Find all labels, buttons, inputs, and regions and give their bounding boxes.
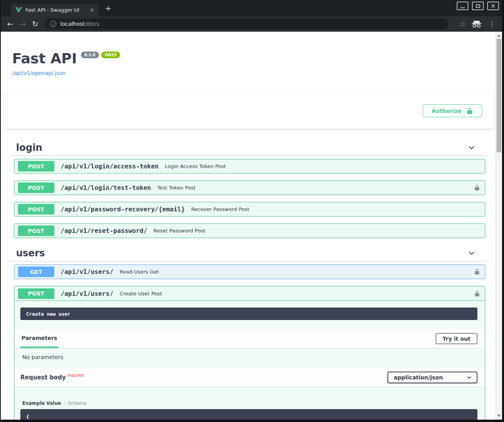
- forward-icon[interactable]: →: [16, 20, 29, 28]
- chevron-down-icon[interactable]: [468, 144, 475, 152]
- page-title: Fast API: [12, 50, 77, 66]
- request-body-header: Request body required application/json: [14, 368, 485, 387]
- authorize-button[interactable]: Authorize: [423, 104, 482, 117]
- page-scrollbar[interactable]: [495, 32, 502, 420]
- maximize-button[interactable]: [472, 2, 484, 10]
- page-info-icon[interactable]: i: [50, 21, 56, 27]
- back-icon[interactable]: ←: [4, 20, 16, 28]
- browser-menu-icon[interactable]: ⋮: [489, 20, 495, 28]
- endpoint-path: /api/v1/login/test-token: [61, 184, 151, 191]
- authorize-label: Authorize: [432, 108, 461, 114]
- api-info: Fast API0.1.0OAS3 /api/v1/openapi.json: [1, 32, 495, 77]
- tag-title: users: [16, 248, 45, 259]
- url-text: localhost/docs: [60, 21, 99, 27]
- openapi-spec-link[interactable]: /api/v1/openapi.json: [12, 70, 66, 77]
- method-badge: POST: [18, 161, 54, 172]
- scheme-container: Authorize: [4, 93, 493, 129]
- new-tab-button[interactable]: +: [103, 3, 113, 13]
- swagger-page: Fast API0.1.0OAS3 /api/v1/openapi.json A…: [1, 32, 495, 420]
- oas3-badge: OAS3: [101, 52, 120, 58]
- expanded-endpoint: POST /api/v1/users/ Create User Post Cre…: [14, 286, 485, 420]
- parameters-label: Parameters: [22, 335, 57, 341]
- unlocked-padlock-icon: [466, 107, 473, 114]
- required-label: required: [67, 373, 84, 377]
- endpoint-row[interactable]: GET /api/v1/users/ Read Users Get: [14, 265, 485, 279]
- version-badge: 0.1.0: [81, 52, 99, 58]
- endpoint-summary: Login Access Token Post: [165, 163, 226, 169]
- tag-header-users[interactable]: users: [10, 245, 486, 261]
- endpoint-path: /api/v1/users/: [61, 268, 113, 275]
- auth-lock-icon[interactable]: [474, 268, 480, 275]
- bookmark-star-icon[interactable]: ☆: [460, 20, 466, 28]
- example-code-block: {: [20, 409, 477, 420]
- close-window-button[interactable]: ×: [487, 2, 499, 10]
- endpoint-row[interactable]: POST /api/v1/login/test-token Test Token…: [14, 181, 485, 195]
- tag-section-login: login POST /api/v1/login/access-token Lo…: [10, 139, 486, 238]
- chevron-down-icon: [466, 375, 472, 380]
- method-badge: POST: [18, 204, 54, 215]
- chevron-down-icon[interactable]: [468, 249, 475, 257]
- reload-icon[interactable]: ↻: [29, 20, 41, 28]
- tab-title: Fast API - Swagger UI: [25, 7, 88, 13]
- method-badge: POST: [18, 225, 54, 236]
- endpoint-path: /api/v1/password-recovery/{email}: [61, 206, 185, 213]
- minimize-button[interactable]: [457, 2, 468, 10]
- content-type-select[interactable]: application/json: [387, 372, 477, 383]
- endpoint-summary: Test Token Post: [157, 185, 196, 191]
- schema-tab[interactable]: Schema: [68, 401, 86, 406]
- browser-tab[interactable]: Fast API - Swagger UI ×: [11, 4, 99, 16]
- endpoint-summary: Read Users Get: [120, 269, 159, 275]
- method-badge: GET: [18, 266, 54, 277]
- endpoint-path: /api/v1/reset-password/: [61, 227, 147, 234]
- page-viewport: Fast API0.1.0OAS3 /api/v1/openapi.json A…: [1, 32, 502, 420]
- operation-description: Create new user: [20, 308, 477, 320]
- try-it-out-button[interactable]: Try it out: [436, 333, 477, 344]
- auth-lock-icon[interactable]: [474, 290, 480, 297]
- scroll-down-arrow[interactable]: [496, 413, 502, 419]
- url-host: localhost: [60, 21, 85, 27]
- endpoint-summary: Recover Password Post: [191, 206, 249, 212]
- request-body-label: Request body: [20, 374, 66, 381]
- endpoint-path: /api/v1/login/access-token: [61, 163, 158, 170]
- endpoint-summary: Create User Post: [120, 291, 162, 297]
- url-path: /docs: [85, 21, 99, 27]
- endpoint-path: /api/v1/users/: [61, 290, 113, 297]
- endpoint-summary: Reset Password Post: [154, 228, 206, 234]
- example-value-tab[interactable]: Example Value: [22, 401, 61, 406]
- model-example-tabs: Example Value Schema: [14, 387, 485, 409]
- fastapi-favicon-icon: [15, 7, 22, 13]
- browser-titlebar: Fast API - Swagger UI × + ×: [1, 0, 502, 16]
- tag-header-login[interactable]: login: [10, 139, 486, 156]
- parameters-header: Parameters Try it out: [14, 329, 485, 348]
- endpoint-row[interactable]: POST /api/v1/password-recovery/{email} R…: [14, 202, 485, 216]
- method-badge: POST: [18, 288, 54, 299]
- method-badge: POST: [18, 182, 54, 193]
- scrollbar-thumb[interactable]: [497, 39, 501, 152]
- incognito-icon: [472, 20, 482, 28]
- scroll-up-arrow[interactable]: [496, 32, 502, 39]
- tag-title: login: [16, 142, 42, 153]
- endpoint-row[interactable]: POST /api/v1/users/ Create User Post: [14, 286, 485, 301]
- endpoint-row[interactable]: POST /api/v1/login/access-token Login Ac…: [14, 159, 485, 173]
- address-bar[interactable]: i localhost/docs: [45, 18, 448, 29]
- tab-divider: [64, 401, 65, 406]
- window-controls: ×: [457, 2, 499, 10]
- endpoint-row[interactable]: POST /api/v1/reset-password/ Reset Passw…: [14, 224, 485, 238]
- browser-window: Fast API - Swagger UI × + × ← → ↻ i loca…: [0, 0, 504, 422]
- no-parameters-text: No parameters: [14, 348, 485, 368]
- content-type-value: application/json: [394, 374, 443, 381]
- browser-toolbar: ← → ↻ i localhost/docs ☆ ⋮: [1, 16, 502, 32]
- parameters-tab: Parameters: [20, 329, 58, 348]
- auth-lock-icon[interactable]: [474, 184, 480, 191]
- tab-close-icon[interactable]: ×: [88, 7, 95, 14]
- tag-section-users: users GET /api/v1/users/ Read Users Get: [10, 245, 486, 420]
